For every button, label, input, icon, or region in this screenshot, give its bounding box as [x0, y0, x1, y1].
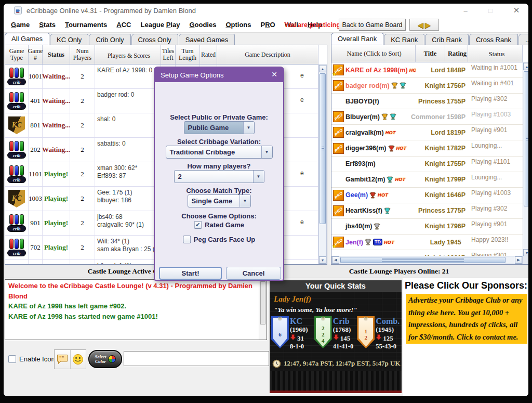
players-count-select[interactable]: 2 ▼: [174, 170, 264, 183]
variation-select[interactable]: Traditional Cribbage ▼: [166, 146, 273, 159]
rated-game-checkbox[interactable]: ✔ Rated Game: [194, 221, 244, 229]
player-name[interactable]: jbs40(m): [345, 223, 372, 230]
shield-number: 1: [365, 328, 368, 334]
menu-item-league-play[interactable]: League Play: [136, 21, 185, 29]
games-column-header[interactable]: GameType: [5, 45, 29, 64]
tab-[interactable]: ...: [518, 34, 528, 45]
menu-item-options[interactable]: Options: [221, 21, 256, 29]
dialog-title-bar[interactable]: Setup Game Options: [155, 68, 283, 82]
scroll-thumb[interactable]: [340, 257, 506, 263]
select-color-button[interactable]: Select Color: [88, 350, 122, 368]
menu-label-text: tats: [44, 21, 56, 29]
player-name[interactable]: Erf893(m): [345, 160, 376, 167]
minimize-button[interactable]: –: [457, 4, 474, 17]
tab-saved-games[interactable]: Saved Games: [179, 34, 235, 45]
chevron-down-icon[interactable]: ▼: [240, 195, 250, 207]
menu-item-goodies[interactable]: Goodies: [184, 21, 221, 29]
player-row[interactable]: PRO★KARE of Az 1998(m)HOTLord1848PWaitin…: [331, 62, 523, 78]
menu-item-game[interactable]: Game: [6, 21, 34, 29]
games-column-header[interactable]: Players & Scores: [95, 45, 161, 64]
scroll-thumb[interactable]: [524, 71, 528, 206]
player-row[interactable]: Gambit12(m)HOTKnight1799PLounging...: [331, 172, 523, 188]
tab-all-games[interactable]: All Games: [5, 33, 49, 45]
player-name[interactable]: craigvalk(m): [345, 129, 384, 136]
tab-cross-only[interactable]: Cross Only: [131, 34, 178, 45]
games-vertical-scrollbar[interactable]: ▲ ▼: [318, 64, 327, 264]
tab-overall-rank[interactable]: Overall Rank: [331, 33, 383, 45]
back-to-game-board-button[interactable]: Back to Game Board: [339, 19, 406, 31]
player-row[interactable]: Erf893(m)Knight1755PPlaying #1101: [331, 157, 523, 172]
games-column-header[interactable]: Game#: [29, 45, 43, 64]
match-type-select[interactable]: Single Game ▼: [188, 194, 251, 207]
tab-kc-only[interactable]: KC Only: [50, 34, 88, 45]
maximize-button[interactable]: □: [482, 4, 499, 17]
players-column-header[interactable]: Title: [416, 45, 445, 62]
player-row[interactable]: PROdigger396(m)HOTKnight1782PLounging...: [331, 140, 523, 156]
games-column-header[interactable]: Rated: [200, 45, 217, 64]
player-row[interactable]: PRObadger rod(m)Knight1756PWaiting in #4…: [331, 78, 523, 94]
title-bar[interactable]: eCribbage Online v4.31 - Programmed by D…: [4, 4, 528, 17]
player-name[interactable]: Blbuyer(m): [345, 113, 380, 121]
public-private-select[interactable]: Public Game ▼: [184, 121, 255, 134]
player-name[interactable]: badger rod(m): [345, 82, 390, 89]
player-name[interactable]: KARE of Az 1998(m): [345, 67, 408, 74]
players-vertical-scrollbar[interactable]: ▲ ▼: [523, 62, 528, 257]
player-name[interactable]: Gee(m): [345, 191, 368, 199]
player-name[interactable]: digger396(m): [345, 145, 387, 152]
games-column-header[interactable]: TurnLength: [176, 45, 200, 64]
player-name[interactable]: HeartKiss(f): [345, 207, 382, 214]
games-column-header[interactable]: Game Description: [217, 45, 318, 64]
players-column-header[interactable]: Status: [468, 45, 523, 62]
speech-bubble-button[interactable]: “”: [55, 350, 71, 369]
chevron-down-icon[interactable]: ▼: [253, 171, 264, 183]
player-row[interactable]: PROHeartKiss(f)Princess1775PPlaying #302: [331, 203, 523, 219]
start-button[interactable]: Start!: [159, 267, 222, 280]
games-column-header[interactable]: Status: [43, 45, 70, 64]
player-row[interactable]: PROGee(m)HOTKnight1646PPlaying #1003: [331, 188, 523, 203]
checkbox-box[interactable]: [183, 236, 191, 243]
sponsor-ad[interactable]: Advertise your Cribbage Club or any thin…: [406, 294, 527, 344]
scroll-thumb[interactable]: [320, 73, 326, 224]
tab-crib-rank[interactable]: Crib Rank: [425, 34, 469, 45]
smiley-button[interactable]: [71, 350, 86, 369]
close-button[interactable]: ✕: [508, 4, 525, 17]
scroll-down-icon[interactable]: ▼: [319, 256, 326, 264]
tab-crib-only[interactable]: Crib Only: [89, 34, 130, 45]
chevron-down-icon[interactable]: ▼: [261, 146, 272, 158]
chat-text-input[interactable]: [124, 351, 269, 366]
games-column-header[interactable]: NumPlayers: [70, 45, 95, 64]
games-column-header[interactable]: TilesLeft: [161, 45, 176, 64]
navigation-arrows-button[interactable]: ◀ ▶: [409, 19, 439, 31]
scroll-down-icon[interactable]: ▼: [523, 249, 528, 256]
scroll-right-icon[interactable]: ▶: [515, 256, 522, 264]
scroll-thumb[interactable]: [260, 281, 265, 324]
players-column-header[interactable]: Rating: [445, 45, 468, 62]
menu-item-pro[interactable]: PRO: [256, 21, 280, 29]
dialog-close-icon[interactable]: ✕: [271, 71, 277, 78]
enable-icon-checkbox[interactable]: [8, 355, 16, 363]
checkbox-box[interactable]: ✔: [194, 221, 202, 229]
players-horizontal-scrollbar[interactable]: ◀ ▶: [331, 256, 523, 264]
menu-item-stats[interactable]: Stats: [34, 21, 60, 29]
player-row[interactable]: BJBOYD(f)Princess1755PPlaying #302: [331, 94, 523, 109]
scroll-up-icon[interactable]: ▲: [319, 65, 326, 72]
player-row[interactable]: PROcraigvalk(m)HOTLord1819PPlaying #901: [331, 125, 523, 140]
player-title-cell: Commoner: [416, 109, 445, 124]
menu-item-acc[interactable]: ACC: [112, 21, 136, 29]
tab-kc-rank[interactable]: KC Rank: [384, 34, 424, 45]
menu-item-tournaments[interactable]: Tournaments: [60, 21, 112, 29]
tab-cross-rank[interactable]: Cross Rank: [469, 34, 518, 45]
players-column-header[interactable]: Name (Click to Sort): [331, 45, 416, 62]
scroll-up-icon[interactable]: ▲: [523, 63, 528, 70]
peg-cards-checkbox[interactable]: Peg Cards Face Up: [183, 236, 256, 243]
chevron-down-icon[interactable]: ▼: [243, 122, 254, 134]
player-row[interactable]: PRO★Jen(f)TDHOTLady1945Happy 2023!!: [331, 235, 523, 250]
player-row[interactable]: jbs40(m)Knight1796PPlaying #901: [331, 219, 523, 235]
player-row[interactable]: PROBlbuyer(m)Commoner1598PPlaying #1003: [331, 109, 523, 125]
player-name[interactable]: BJBOYD(f): [345, 98, 379, 105]
chat-scrollbar[interactable]: [259, 280, 267, 340]
player-name[interactable]: Gambit12(m): [345, 176, 385, 183]
scroll-left-icon[interactable]: ◀: [332, 256, 339, 264]
player-name[interactable]: Jen(f): [345, 239, 363, 246]
cancel-button[interactable]: Cancel: [226, 267, 281, 280]
